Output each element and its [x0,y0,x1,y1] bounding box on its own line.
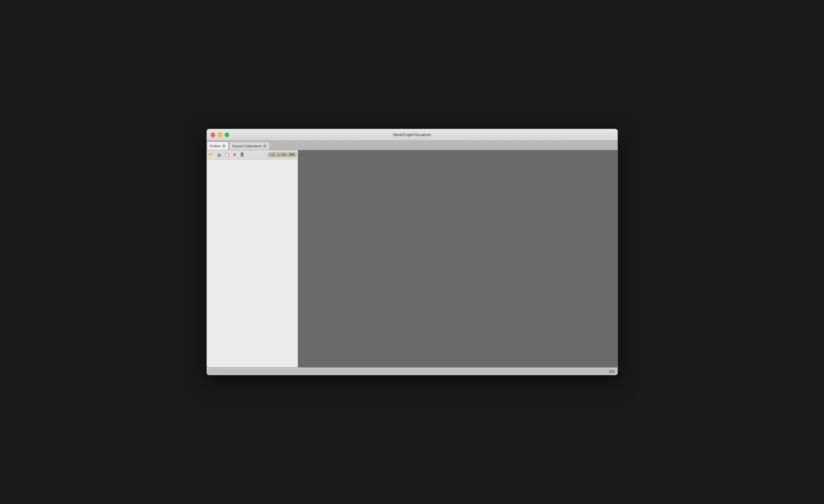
status-ins: INS [609,370,615,373]
panel-content [207,160,298,367]
minimize-button[interactable] [218,132,222,137]
memory-indicator: 121.5/301.0MB [268,153,296,157]
database-button[interactable]: 🗄 [239,152,246,159]
tab-outline[interactable]: Outline × [207,141,229,150]
window-body: Outline × Source Collections ⊡ 📂 🗂 [207,140,618,367]
open-button[interactable]: 📂 [208,152,215,159]
delete-icon: ✕ [233,153,236,157]
window-controls [211,132,229,137]
main-area [298,150,618,367]
status-bar: INS [207,367,618,375]
tab-source-collections-label: Source Collections [232,144,262,148]
tab-outline-label: Outline [210,144,221,148]
main-window: IdealGraphVisualizer Outline × Source Co… [206,129,618,375]
tab-bar: Outline × Source Collections ⊡ [207,140,618,150]
database-icon: 🗄 [240,153,244,157]
title-bar: IdealGraphVisualizer [207,129,618,140]
open-folder-icon: 📂 [209,153,214,157]
save-button[interactable]: 📋 [223,152,230,159]
save-icon: 📋 [224,153,229,157]
tab-source-collections[interactable]: Source Collections ⊡ [229,141,270,150]
panel-area: 📂 🗂 📋 ✕ 🗄 121.5/301.0MB [207,150,618,367]
toolbar: 📂 🗂 📋 ✕ 🗄 121.5/301.0MB [207,150,298,160]
save-all-icon: 🗂 [217,153,221,157]
maximize-button[interactable] [225,132,229,137]
save-all-button[interactable]: 🗂 [216,152,223,159]
window-title: IdealGraphVisualizer [393,132,431,137]
close-button[interactable] [211,132,215,137]
left-panel: 📂 🗂 📋 ✕ 🗄 121.5/301.0MB [207,150,298,367]
tab-source-collections-pin[interactable]: ⊡ [263,144,267,148]
tab-outline-close[interactable]: × [222,144,226,148]
delete-button[interactable]: ✕ [231,152,238,159]
status-separator [212,371,607,372]
